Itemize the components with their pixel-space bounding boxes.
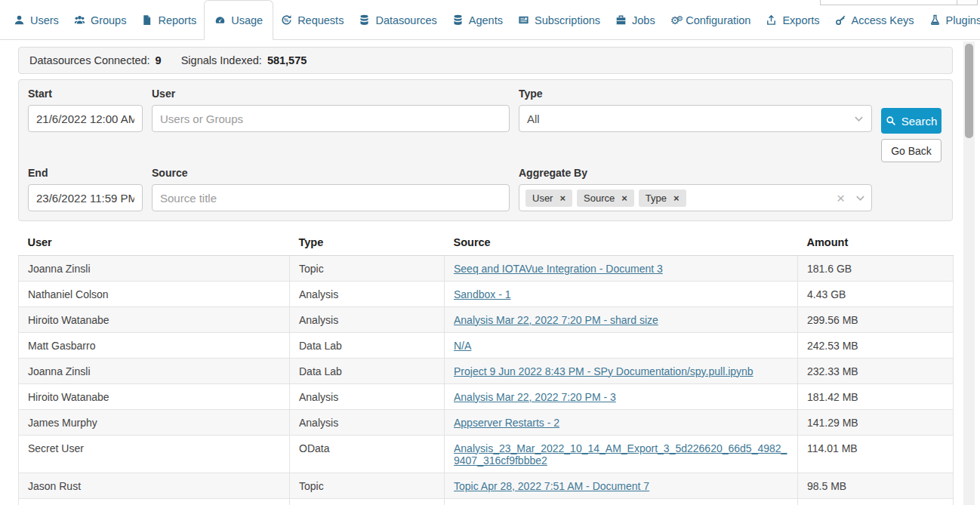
search-button-label: Search (901, 115, 938, 128)
tab-label: Exports (782, 14, 819, 26)
type-cell: Analysis (290, 384, 445, 410)
user-field-group: User (152, 88, 510, 162)
stat-value: 9 (156, 54, 162, 66)
column-header-type: Type (290, 229, 445, 256)
source-link[interactable]: Project 9 Jun 2022 8:43 PM - SPy Documen… (454, 365, 753, 377)
source-link[interactable]: Analysis_23_Mar_2022_10_14_AM_Export_3_5… (454, 442, 787, 467)
tab-label: Plugins (946, 14, 980, 26)
source-cell: Analysis Mar 22, 2022 7:20 PM - 3 (445, 384, 798, 410)
clear-all-icon[interactable]: × (837, 191, 845, 205)
column-header-amount: Amount (798, 229, 954, 256)
type-cell: Analysis (290, 307, 445, 333)
source-link[interactable]: Seeq and IOTAVue Integration - Document … (454, 263, 663, 275)
export-arrow-icon (766, 14, 777, 26)
key-icon (835, 14, 846, 26)
tab-usage[interactable]: Usage (204, 0, 273, 40)
tab-jobs[interactable]: Jobs (608, 0, 663, 40)
tab-label: Jobs (632, 14, 655, 26)
start-date-input[interactable] (28, 105, 143, 132)
user-cell: Jason Rust (19, 499, 290, 505)
tab-label: Usage (231, 14, 263, 26)
tab-plugins[interactable]: Plugins (922, 0, 980, 40)
tab-configuration[interactable]: ⚙⚙Configuration (663, 0, 759, 40)
tab-users[interactable]: Users (6, 0, 66, 40)
source-title-input[interactable] (152, 184, 510, 211)
search-button[interactable]: Search (881, 108, 941, 134)
tab-subscriptions[interactable]: Subscriptions (510, 0, 608, 40)
svg-text:%: % (284, 17, 288, 23)
table-row: Jason RustTopicTopic Apr 28, 2022 7:51 A… (19, 473, 954, 499)
source-cell: Project 9 Jun 2022 8:43 PM - SPy Documen… (445, 359, 798, 384)
tab-reports[interactable]: Reports (134, 0, 204, 40)
end-field-group: End (28, 167, 143, 211)
type-select[interactable]: All (519, 105, 872, 132)
chevron-down-icon (855, 193, 865, 203)
aggregate-by-label: Aggregate By (519, 167, 872, 179)
go-back-button[interactable]: Go Back (881, 139, 941, 162)
database-icon (452, 14, 464, 26)
amount-cell: 90.36 MB (798, 499, 954, 505)
aggregate-by-multiselect[interactable]: User×Source×Type× × (519, 184, 872, 211)
tab-label: Datasources (375, 14, 436, 26)
source-link[interactable]: Appserver Restarts - 2 (454, 417, 559, 429)
vertical-scrollbar-thumb[interactable] (965, 44, 973, 138)
amount-cell: 232.33 MB (798, 359, 954, 384)
source-link[interactable]: N/A (454, 340, 471, 352)
user-label: User (152, 88, 510, 100)
tab-label: Access Keys (852, 14, 914, 26)
aggregate-tag-type: Type× (639, 189, 686, 207)
table-row: Hiroito WatanabeAnalysisAnalysis Mar 22,… (19, 307, 954, 333)
source-cell: Topic Apr 28, 2022 7:51 AM - Document 1 (445, 499, 798, 505)
tab-access-keys[interactable]: Access Keys (827, 0, 922, 40)
aggregate-field-group: Aggregate By User×Source×Type× × (519, 167, 872, 211)
type-cell: Topic (290, 499, 445, 505)
usage-table-body: Joanna ZinsliTopicSeeq and IOTAVue Integ… (19, 256, 954, 505)
source-link[interactable]: Analysis Mar 22, 2022 7:20 PM - shard si… (454, 314, 658, 326)
type-label: Type (519, 88, 872, 100)
remove-tag-icon[interactable]: × (559, 193, 566, 203)
source-cell: Appserver Restarts - 2 (445, 410, 798, 436)
usage-table: User Type Source Amount Joanna ZinsliTop… (18, 229, 954, 505)
end-date-input[interactable] (28, 184, 143, 211)
remove-tag-icon[interactable]: × (673, 193, 680, 203)
tab-label: Groups (91, 14, 127, 26)
tab-datasources[interactable]: Datasources (351, 0, 444, 40)
tab-label: Subscriptions (535, 14, 600, 26)
amount-cell: 181.42 MB (798, 384, 954, 410)
tab-label: Requests (297, 14, 344, 26)
user-cell: Secret User (19, 436, 290, 473)
source-cell: Seeq and IOTAVue Integration - Document … (445, 256, 798, 282)
tag-label: Type (646, 192, 667, 204)
user-search-input[interactable] (152, 105, 510, 132)
vertical-scrollbar-track[interactable] (963, 42, 975, 505)
table-header-row: User Type Source Amount (19, 229, 954, 256)
table-row: Hiroito WatanabeAnalysisAnalysis Mar 22,… (19, 384, 954, 410)
tab-exports[interactable]: Exports (758, 0, 827, 40)
remove-tag-icon[interactable]: × (621, 193, 627, 203)
tab-label: Agents (469, 14, 503, 26)
tab-requests[interactable]: %Requests (273, 0, 351, 40)
source-link[interactable]: Topic Apr 28, 2022 7:51 AM - Document 7 (454, 480, 649, 492)
amount-cell: 114.01 MB (798, 436, 954, 473)
user-cell: Hiroito Watanabe (19, 384, 290, 410)
type-cell: Data Lab (290, 333, 445, 359)
amount-cell: 242.53 MB (798, 333, 954, 359)
type-cell: Analysis (290, 410, 445, 436)
user-cell: Jason Rust (19, 473, 290, 499)
search-icon (886, 115, 896, 126)
tab-groups[interactable]: Groups (66, 0, 134, 40)
stat-label: Signals Indexed: (181, 54, 262, 66)
source-link[interactable]: Sandbox - 1 (454, 288, 511, 300)
end-label: End (28, 167, 143, 179)
source-link[interactable]: Analysis Mar 22, 2022 7:20 PM - 3 (454, 391, 616, 403)
source-label: Source (152, 167, 510, 179)
table-row: Nathaniel ColsonAnalysisSandbox - 14.43 … (19, 282, 954, 307)
chevron-down-icon (854, 114, 864, 124)
user-cell: Matt Gasbarro (19, 333, 290, 359)
main-content: Datasources Connected: 9 Signals Indexed… (18, 47, 953, 505)
tab-agents[interactable]: Agents (445, 0, 510, 40)
tag-label: User (532, 192, 553, 204)
user-cell: Nathaniel Colson (19, 282, 290, 307)
column-header-source: Source (445, 229, 798, 256)
amount-cell: 98.5 MB (798, 473, 954, 499)
